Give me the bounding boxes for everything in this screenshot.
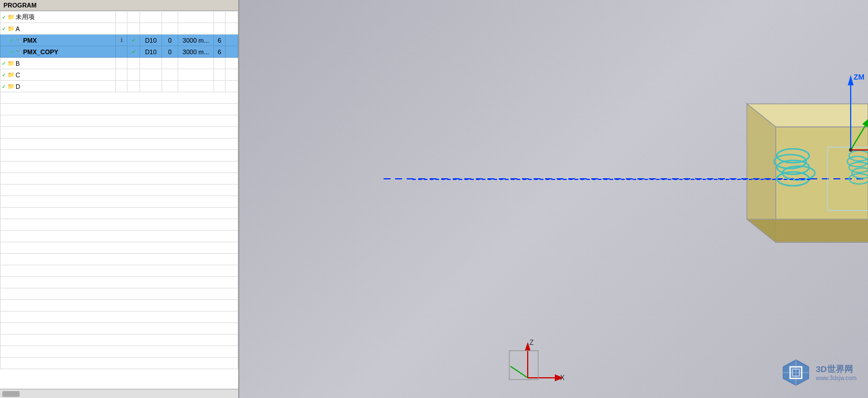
folder-icon: 📁 xyxy=(7,14,14,20)
tree-row-pmx[interactable]: ✓ 🔧 PMX ℹ ✓ D10 0 3000 m... 6 xyxy=(1,35,238,46)
tree-item-label: D xyxy=(16,83,20,90)
tree-item-label: A xyxy=(16,25,20,32)
op-icon: 🔧 xyxy=(16,49,22,55)
panel-header: PROGRAM xyxy=(0,0,238,11)
empty-row xyxy=(1,277,238,288)
tree-row[interactable]: ✓ 📁 未用项 xyxy=(1,12,238,23)
check-icon: ✓ xyxy=(10,37,14,43)
svg-point-26 xyxy=(849,148,852,152)
pmx-copy-speed-col: 3000 m... xyxy=(178,46,214,58)
empty-row xyxy=(1,173,238,185)
pmx-d-col: D10 xyxy=(140,35,162,46)
check-icon: ✓ xyxy=(2,26,6,32)
svg-text:Z: Z xyxy=(529,339,533,347)
empty-row xyxy=(1,323,238,335)
tool-path-line xyxy=(412,179,810,180)
empty-row xyxy=(1,115,238,127)
pmx-copy-extra-col: 6 xyxy=(214,46,226,58)
svg-marker-4 xyxy=(747,219,868,242)
tree-container[interactable]: ✓ 📁 未用项 xyxy=(0,11,238,389)
tree-row-pmx-copy[interactable]: ✓ 🔧 PMX_COPY ✓ D10 0 3000 m... 6 xyxy=(1,46,238,58)
folder-icon: 📁 xyxy=(7,72,14,78)
tree-item-label: C xyxy=(16,72,20,78)
folder-icon: 📁 xyxy=(7,83,14,89)
tree-row[interactable]: ✓ 📁 D xyxy=(1,81,238,92)
tree-item-label: B xyxy=(16,60,20,67)
empty-row xyxy=(1,127,238,138)
viewport: ZM YM XM X Z X xyxy=(239,0,868,398)
pmx-copy-d-col: D10 xyxy=(140,46,162,58)
op-icon: 🔧 xyxy=(16,37,22,43)
empty-row xyxy=(1,346,238,358)
empty-row xyxy=(1,231,238,242)
empty-row xyxy=(1,150,238,162)
check-icon: ✓ xyxy=(2,14,6,20)
empty-row xyxy=(1,138,238,150)
3d-viewport-svg: ZM YM XM X Z X xyxy=(239,0,868,398)
empty-row xyxy=(1,162,238,173)
empty-row xyxy=(1,242,238,254)
tree-row[interactable]: ✓ 📁 A xyxy=(1,23,238,35)
empty-row xyxy=(1,311,238,323)
empty-row xyxy=(1,300,238,311)
pmx-speed-col: 3000 m... xyxy=(178,35,214,46)
empty-row xyxy=(1,185,238,196)
empty-row xyxy=(1,196,238,208)
watermark-text1: 3D世界网 xyxy=(816,364,856,375)
check-icon: ✓ xyxy=(2,72,6,78)
pmx-extra-col: 6 xyxy=(214,35,226,46)
check-icon: ✓ xyxy=(2,84,6,89)
watermark-text2: www.3dsjw.com xyxy=(816,375,856,381)
pmx-num-col: 0 xyxy=(162,35,178,46)
svg-text:ZM: ZM xyxy=(854,73,865,81)
svg-text:X: X xyxy=(560,374,565,382)
empty-row xyxy=(1,208,238,219)
scroll-thumb[interactable] xyxy=(2,391,20,397)
tree-row[interactable]: ✓ 📁 B xyxy=(1,58,238,69)
check-icon: ✓ xyxy=(2,61,6,66)
empty-row xyxy=(1,92,238,104)
svg-line-36 xyxy=(510,366,528,378)
bottom-scrollbar[interactable] xyxy=(0,389,238,398)
check-icon: ✓ xyxy=(10,49,14,55)
tree-row[interactable]: ✓ 📁 C xyxy=(1,69,238,81)
watermark-logo xyxy=(781,358,811,388)
tree-item-label: PMX xyxy=(23,37,37,44)
empty-row xyxy=(1,104,238,115)
empty-row xyxy=(1,288,238,300)
svg-marker-18 xyxy=(848,75,854,85)
pmx-copy-num-col: 0 xyxy=(162,46,178,58)
left-panel: PROGRAM xyxy=(0,0,239,398)
empty-row xyxy=(1,358,238,369)
program-label: PROGRAM xyxy=(3,2,36,9)
empty-row xyxy=(1,254,238,265)
watermark: 3D世界网 www.3dsjw.com xyxy=(781,358,856,388)
folder-icon: 📁 xyxy=(7,25,14,32)
empty-row xyxy=(1,265,238,277)
empty-row xyxy=(1,219,238,231)
folder-icon: 📁 xyxy=(7,60,14,66)
tree-item-label: PMX_COPY xyxy=(23,48,58,55)
watermark-text-block: 3D世界网 www.3dsjw.com xyxy=(816,364,856,381)
tree-item-label: 未用项 xyxy=(16,13,35,21)
empty-row xyxy=(1,335,238,346)
